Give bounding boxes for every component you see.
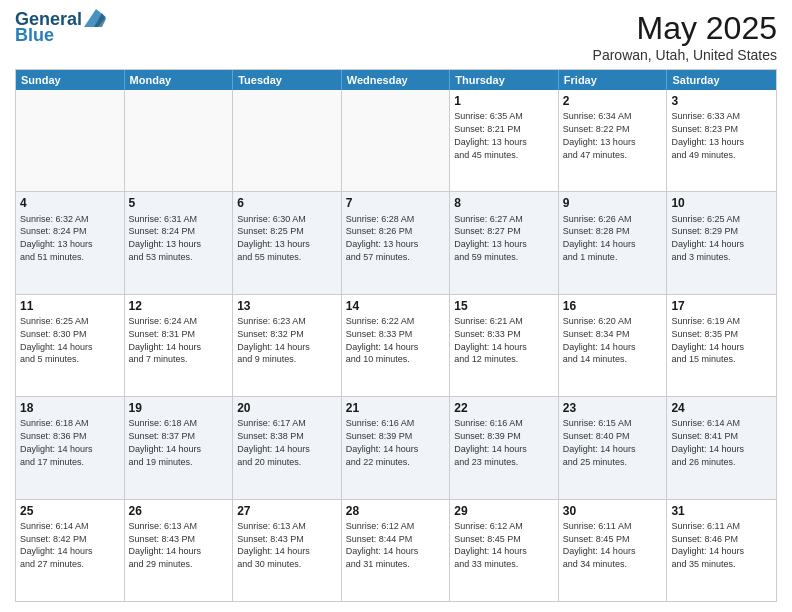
day-info: Sunrise: 6:17 AM Sunset: 8:38 PM Dayligh… [237,418,310,466]
day-cell-3: 3Sunrise: 6:33 AM Sunset: 8:23 PM Daylig… [667,90,776,191]
day-info: Sunrise: 6:11 AM Sunset: 8:45 PM Dayligh… [563,521,636,569]
day-cell-28: 28Sunrise: 6:12 AM Sunset: 8:44 PM Dayli… [342,500,451,601]
day-number: 13 [237,298,337,314]
calendar-row-0: 1Sunrise: 6:35 AM Sunset: 8:21 PM Daylig… [16,90,776,192]
day-info: Sunrise: 6:18 AM Sunset: 8:37 PM Dayligh… [129,418,202,466]
day-number: 16 [563,298,663,314]
day-info: Sunrise: 6:11 AM Sunset: 8:46 PM Dayligh… [671,521,744,569]
day-number: 2 [563,93,663,109]
calendar-row-1: 4Sunrise: 6:32 AM Sunset: 8:24 PM Daylig… [16,192,776,294]
day-cell-2: 2Sunrise: 6:34 AM Sunset: 8:22 PM Daylig… [559,90,668,191]
header: General Blue May 2025 Parowan, Utah, Uni… [15,10,777,63]
empty-cell [342,90,451,191]
day-number: 21 [346,400,446,416]
logo-text-blue: Blue [15,26,54,46]
day-cell-13: 13Sunrise: 6:23 AM Sunset: 8:32 PM Dayli… [233,295,342,396]
day-cell-17: 17Sunrise: 6:19 AM Sunset: 8:35 PM Dayli… [667,295,776,396]
page: General Blue May 2025 Parowan, Utah, Uni… [0,0,792,612]
day-number: 12 [129,298,229,314]
day-info: Sunrise: 6:34 AM Sunset: 8:22 PM Dayligh… [563,111,636,159]
day-number: 4 [20,195,120,211]
day-info: Sunrise: 6:32 AM Sunset: 8:24 PM Dayligh… [20,214,93,262]
day-cell-22: 22Sunrise: 6:16 AM Sunset: 8:39 PM Dayli… [450,397,559,498]
day-number: 6 [237,195,337,211]
calendar-row-4: 25Sunrise: 6:14 AM Sunset: 8:42 PM Dayli… [16,500,776,601]
day-cell-6: 6Sunrise: 6:30 AM Sunset: 8:25 PM Daylig… [233,192,342,293]
day-cell-9: 9Sunrise: 6:26 AM Sunset: 8:28 PM Daylig… [559,192,668,293]
day-info: Sunrise: 6:18 AM Sunset: 8:36 PM Dayligh… [20,418,93,466]
day-number: 3 [671,93,772,109]
empty-cell [233,90,342,191]
subtitle: Parowan, Utah, United States [593,47,777,63]
day-number: 27 [237,503,337,519]
day-number: 10 [671,195,772,211]
day-cell-21: 21Sunrise: 6:16 AM Sunset: 8:39 PM Dayli… [342,397,451,498]
day-cell-4: 4Sunrise: 6:32 AM Sunset: 8:24 PM Daylig… [16,192,125,293]
day-number: 7 [346,195,446,211]
day-info: Sunrise: 6:13 AM Sunset: 8:43 PM Dayligh… [129,521,202,569]
day-cell-24: 24Sunrise: 6:14 AM Sunset: 8:41 PM Dayli… [667,397,776,498]
day-number: 26 [129,503,229,519]
day-info: Sunrise: 6:35 AM Sunset: 8:21 PM Dayligh… [454,111,527,159]
day-info: Sunrise: 6:12 AM Sunset: 8:44 PM Dayligh… [346,521,419,569]
day-cell-27: 27Sunrise: 6:13 AM Sunset: 8:43 PM Dayli… [233,500,342,601]
day-info: Sunrise: 6:24 AM Sunset: 8:31 PM Dayligh… [129,316,202,364]
day-info: Sunrise: 6:13 AM Sunset: 8:43 PM Dayligh… [237,521,310,569]
day-cell-25: 25Sunrise: 6:14 AM Sunset: 8:42 PM Dayli… [16,500,125,601]
day-header-tuesday: Tuesday [233,70,342,90]
day-number: 8 [454,195,554,211]
day-cell-1: 1Sunrise: 6:35 AM Sunset: 8:21 PM Daylig… [450,90,559,191]
day-number: 25 [20,503,120,519]
day-number: 30 [563,503,663,519]
day-cell-31: 31Sunrise: 6:11 AM Sunset: 8:46 PM Dayli… [667,500,776,601]
main-title: May 2025 [593,10,777,47]
day-cell-26: 26Sunrise: 6:13 AM Sunset: 8:43 PM Dayli… [125,500,234,601]
day-cell-29: 29Sunrise: 6:12 AM Sunset: 8:45 PM Dayli… [450,500,559,601]
calendar-header: SundayMondayTuesdayWednesdayThursdayFrid… [16,70,776,90]
day-header-sunday: Sunday [16,70,125,90]
day-info: Sunrise: 6:25 AM Sunset: 8:29 PM Dayligh… [671,214,744,262]
day-info: Sunrise: 6:14 AM Sunset: 8:41 PM Dayligh… [671,418,744,466]
day-header-friday: Friday [559,70,668,90]
day-header-saturday: Saturday [667,70,776,90]
day-number: 18 [20,400,120,416]
day-cell-20: 20Sunrise: 6:17 AM Sunset: 8:38 PM Dayli… [233,397,342,498]
day-info: Sunrise: 6:22 AM Sunset: 8:33 PM Dayligh… [346,316,419,364]
day-cell-23: 23Sunrise: 6:15 AM Sunset: 8:40 PM Dayli… [559,397,668,498]
day-number: 28 [346,503,446,519]
calendar: SundayMondayTuesdayWednesdayThursdayFrid… [15,69,777,602]
day-cell-16: 16Sunrise: 6:20 AM Sunset: 8:34 PM Dayli… [559,295,668,396]
empty-cell [125,90,234,191]
day-info: Sunrise: 6:16 AM Sunset: 8:39 PM Dayligh… [454,418,527,466]
day-info: Sunrise: 6:14 AM Sunset: 8:42 PM Dayligh… [20,521,93,569]
logo-icon [84,9,106,27]
title-block: May 2025 Parowan, Utah, United States [593,10,777,63]
day-info: Sunrise: 6:19 AM Sunset: 8:35 PM Dayligh… [671,316,744,364]
day-info: Sunrise: 6:12 AM Sunset: 8:45 PM Dayligh… [454,521,527,569]
day-number: 24 [671,400,772,416]
day-header-monday: Monday [125,70,234,90]
day-info: Sunrise: 6:27 AM Sunset: 8:27 PM Dayligh… [454,214,527,262]
day-info: Sunrise: 6:23 AM Sunset: 8:32 PM Dayligh… [237,316,310,364]
day-number: 14 [346,298,446,314]
empty-cell [16,90,125,191]
day-header-thursday: Thursday [450,70,559,90]
day-info: Sunrise: 6:28 AM Sunset: 8:26 PM Dayligh… [346,214,419,262]
day-cell-30: 30Sunrise: 6:11 AM Sunset: 8:45 PM Dayli… [559,500,668,601]
day-cell-18: 18Sunrise: 6:18 AM Sunset: 8:36 PM Dayli… [16,397,125,498]
day-number: 19 [129,400,229,416]
day-cell-10: 10Sunrise: 6:25 AM Sunset: 8:29 PM Dayli… [667,192,776,293]
day-info: Sunrise: 6:33 AM Sunset: 8:23 PM Dayligh… [671,111,744,159]
day-cell-14: 14Sunrise: 6:22 AM Sunset: 8:33 PM Dayli… [342,295,451,396]
day-cell-8: 8Sunrise: 6:27 AM Sunset: 8:27 PM Daylig… [450,192,559,293]
day-cell-12: 12Sunrise: 6:24 AM Sunset: 8:31 PM Dayli… [125,295,234,396]
day-cell-19: 19Sunrise: 6:18 AM Sunset: 8:37 PM Dayli… [125,397,234,498]
day-number: 11 [20,298,120,314]
day-cell-7: 7Sunrise: 6:28 AM Sunset: 8:26 PM Daylig… [342,192,451,293]
day-number: 15 [454,298,554,314]
day-number: 31 [671,503,772,519]
day-number: 5 [129,195,229,211]
day-info: Sunrise: 6:20 AM Sunset: 8:34 PM Dayligh… [563,316,636,364]
day-header-wednesday: Wednesday [342,70,451,90]
day-info: Sunrise: 6:26 AM Sunset: 8:28 PM Dayligh… [563,214,636,262]
